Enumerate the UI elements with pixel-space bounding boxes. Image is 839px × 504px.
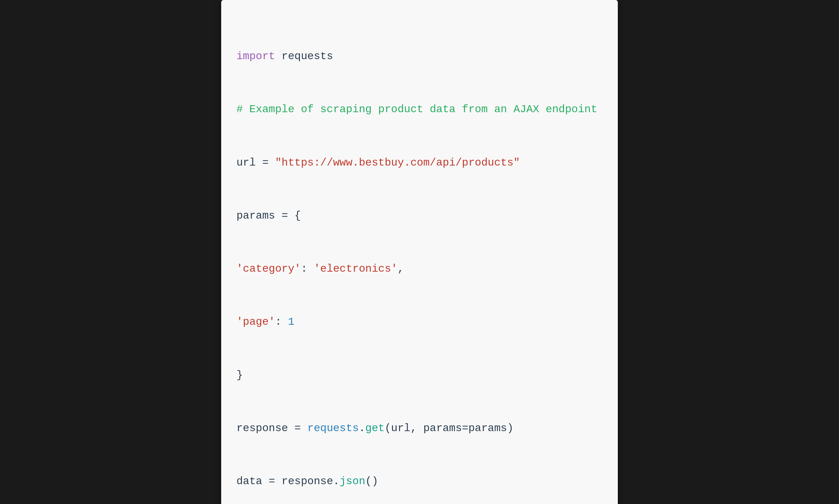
line-3: url = "https://www.bestbuy.com/api/produ… bbox=[237, 154, 602, 172]
code-block: import requests # Example of scraping pr… bbox=[237, 12, 602, 504]
line-8: response = requests.get(url, params=para… bbox=[237, 419, 602, 437]
line-6: 'page': 1 bbox=[237, 313, 602, 331]
line-1: import requests bbox=[237, 48, 602, 65]
line-5: 'category': 'electronics', bbox=[237, 260, 602, 278]
code-window: import requests # Example of scraping pr… bbox=[221, 0, 618, 504]
line-2: # Example of scraping product data from … bbox=[237, 101, 602, 118]
line-4: params = { bbox=[237, 207, 602, 225]
line-9: data = response.json() bbox=[237, 473, 602, 490]
line-7: } bbox=[237, 366, 602, 384]
